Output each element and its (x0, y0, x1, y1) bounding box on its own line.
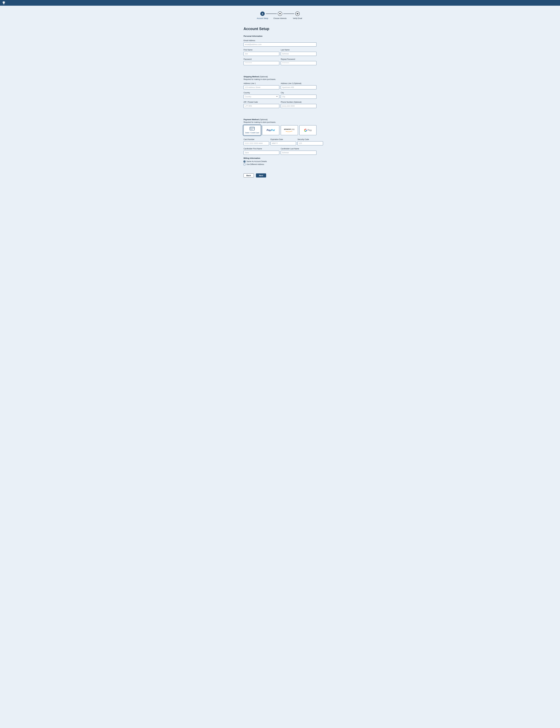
last-name-label: Last Name (281, 49, 316, 51)
billing-different-option[interactable]: Use Different Address (244, 163, 316, 165)
step-label: Verify Email (293, 17, 302, 19)
country-label: Country (244, 92, 279, 94)
country-select[interactable]: Country (244, 95, 279, 99)
checkbox-unchecked-icon (244, 163, 245, 165)
back-button[interactable]: Back (244, 173, 254, 177)
amazon-pay-logo-icon: amazon pay (284, 128, 295, 133)
step-icon-heart (278, 12, 282, 16)
credit-card-icon (250, 127, 255, 131)
first-name-label: First Name (244, 49, 279, 51)
payment-heading: Payment Method (Optional) (244, 118, 316, 121)
city-input[interactable] (281, 95, 316, 99)
last-name-input[interactable] (281, 52, 316, 56)
payment-option-card[interactable]: Debit / Credit Card (244, 125, 261, 135)
app-logo-icon (2, 1, 6, 5)
phone-label: Phone Number (Optional) (281, 101, 316, 103)
shipping-heading: Shipping Method (Optional) (244, 76, 316, 78)
personal-info-heading: Personal Information (244, 35, 316, 37)
gpay-logo-icon: Pay (304, 129, 312, 132)
zip-label: ZIP / Postal Code (244, 101, 279, 103)
svg-rect-3 (250, 127, 254, 130)
payment-options: Debit / Credit Card PayPal amazon pay Pa… (244, 125, 316, 135)
repeat-password-input[interactable] (281, 61, 316, 65)
form-actions: Back Next (244, 173, 316, 177)
shipping-subtitle: Required for making in-store purchases. (244, 78, 316, 80)
card-number-label: Card Number (244, 138, 269, 140)
expiration-input[interactable] (271, 141, 296, 145)
stepper: Account Setup Choose Interests Verify Em… (244, 12, 316, 19)
billing-heading: Billing Information (244, 157, 316, 159)
billing-same-label: Same As Account Details (246, 160, 267, 162)
expiration-label: Expiration Date (271, 138, 296, 140)
address1-label: Address Line 1 (244, 82, 279, 84)
billing-same-option[interactable]: Same As Account Details (244, 160, 316, 162)
step-account-setup[interactable]: Account Setup (254, 12, 271, 19)
step-icon-user (260, 12, 265, 16)
app-header (0, 0, 560, 6)
cardholder-last-input[interactable] (281, 151, 316, 155)
step-choose-interests[interactable]: Choose Interests (272, 12, 288, 19)
address2-label: Address Line 2 (Optional) (281, 82, 316, 84)
payment-option-gpay[interactable]: Pay (299, 125, 317, 135)
zip-input[interactable] (244, 104, 279, 108)
cardholder-first-label: Cardholder First Name (244, 148, 279, 150)
paypal-logo-icon: PayPal (267, 129, 275, 132)
step-label: Account Setup (257, 17, 268, 19)
cvc-label: Security Code (297, 138, 323, 140)
step-label: Choose Interests (273, 17, 287, 19)
checkbox-checked-icon (244, 161, 245, 162)
password-input[interactable] (244, 61, 279, 65)
password-label: Password (244, 58, 279, 60)
payment-option-label: Debit / Credit Card (245, 132, 259, 134)
billing-different-label: Use Different Address (246, 163, 264, 165)
city-label: City (281, 92, 316, 94)
first-name-input[interactable] (244, 52, 279, 56)
svg-marker-2 (3, 3, 5, 4)
cvc-input[interactable] (297, 141, 323, 145)
payment-option-paypal[interactable]: PayPal (262, 125, 279, 135)
payment-option-amazon[interactable]: amazon pay (281, 125, 298, 135)
page-title: Account Setup (244, 27, 316, 31)
cardholder-first-input[interactable] (244, 151, 279, 155)
email-label: Email Address (244, 40, 316, 42)
next-button[interactable]: Next (256, 173, 266, 177)
payment-subtitle: Required for making in-store purchases. (244, 121, 316, 123)
step-verify-email[interactable]: Verify Email (289, 12, 306, 19)
address2-input[interactable] (281, 85, 316, 89)
phone-input[interactable] (281, 104, 316, 108)
step-icon-envelope (295, 12, 300, 16)
address1-input[interactable] (244, 85, 279, 89)
repeat-password-label: Repeat Password (281, 58, 316, 60)
cardholder-last-label: Cardholder Last Name (281, 148, 316, 150)
email-input[interactable] (244, 42, 316, 47)
card-number-input[interactable] (244, 141, 269, 145)
